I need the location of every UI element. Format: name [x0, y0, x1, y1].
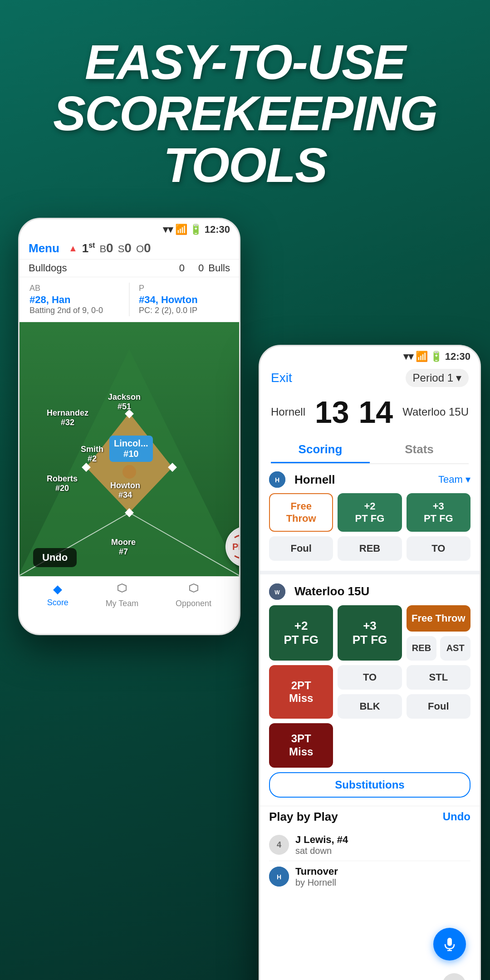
tab-stats[interactable]: Stats — [370, 437, 469, 463]
player-howton: Howton#34 — [110, 481, 140, 500]
hornell-to-btn[interactable]: TO — [407, 536, 470, 561]
pbp-header: Play by Play Undo — [269, 810, 470, 824]
waterloo-row1: +2PT FG Free Throw +3PT FG REB AST — [269, 605, 470, 661]
opponent-icon — [188, 582, 200, 597]
hero-title: EASY-TO-USE SCOREKEEPING TOOLS — [0, 0, 490, 218]
menu-button[interactable]: Menu — [29, 241, 59, 255]
waterloo-foul-btn[interactable]: Foul — [407, 694, 470, 719]
hornell-section: H Hornell Team ▾ FreeThrow +2PT FG +3PT … — [260, 464, 480, 569]
bball-header: Exit Period 1 ▾ — [260, 364, 480, 392]
hornell-action-grid-1: FreeThrow +2PT FG +3PT FG — [269, 493, 470, 532]
add-user-button[interactable] — [442, 973, 466, 980]
waterloo-to-btn[interactable]: TO — [338, 665, 402, 690]
pbp-text-1: Turnover by Hornell — [295, 866, 338, 888]
pbp-entry-0: 4 J Lewis, #4 sat down — [269, 829, 470, 861]
waterloo-2pt-miss-btn[interactable]: 2PTMiss — [269, 665, 333, 719]
pbp-avatar-0: 4 — [269, 835, 289, 855]
chevron-down-icon: ▾ — [456, 372, 461, 384]
phones-container: ▾▾ 📶 🔋 12:30 Menu ▲ 1st B0 S0 — [0, 218, 490, 980]
status-bar-baseball: ▾▾ 📶 🔋 12:30 — [20, 219, 239, 237]
player-moore: Moore#7 — [111, 538, 136, 557]
period-selector[interactable]: Period 1 ▾ — [406, 369, 469, 387]
pbp-undo-button[interactable]: Undo — [443, 810, 470, 823]
play-by-play: Play by Play Undo 4 J Lewis, #4 sat down… — [260, 806, 480, 892]
status-time: 12:30 — [205, 224, 230, 235]
battery-icon: 🔋 — [190, 224, 202, 235]
waterloo-free-throw-btn[interactable]: Free Throw — [407, 605, 470, 632]
hero-line2: SCOREKEEPING TOOLS — [27, 88, 463, 191]
nav-myteam[interactable]: My Team — [106, 582, 139, 608]
wifi-icon: ▾▾ — [163, 224, 173, 235]
pbp-title: Play by Play — [269, 810, 338, 824]
bball-status-icons: ▾▾ 📶 🔋 — [403, 351, 442, 363]
away-score: 14 — [359, 394, 393, 430]
bball-status-time: 12:30 — [445, 351, 470, 363]
hornell-free-throw-btn[interactable]: FreeThrow — [269, 493, 333, 532]
waterloo-reb-btn[interactable]: REB — [407, 636, 437, 661]
hornell-team-name: Hornell — [294, 473, 335, 487]
waterloo-ast-btn[interactable]: AST — [440, 636, 470, 661]
away-team-score-label: Waterloo 15U — [402, 406, 469, 418]
status-bar-basketball: ▾▾ 📶 🔋 12:30 — [260, 346, 480, 364]
pbp-text-0: J Lewis, #4 sat down — [295, 834, 348, 856]
player-jackson: Jackson#51 — [108, 392, 141, 412]
hornell-3pt-btn[interactable]: +3PT FG — [407, 493, 470, 532]
pbp-entry-1: H Turnover by Hornell — [269, 861, 470, 892]
out-count: O0 — [136, 241, 151, 255]
pbp-team-logo: H — [269, 867, 289, 887]
svg-point-8 — [122, 465, 136, 479]
exit-button[interactable]: Exit — [271, 371, 292, 385]
waterloo-3pt-btn[interactable]: +3PT FG — [338, 605, 402, 661]
team-scores: 0 0 — [179, 262, 204, 274]
signal-icon: 📶 — [175, 224, 187, 235]
bball-score: Hornell 13 14 Waterloo 15U — [260, 392, 480, 437]
waterloo-2pt-btn[interactable]: +2PT FG — [269, 605, 333, 661]
batter-highlight: Lincol...#10 — [109, 436, 153, 462]
nav-opponent[interactable]: Opponent — [176, 582, 211, 608]
hero-line1: EASY-TO-USE — [27, 36, 463, 88]
ball-count: B0 — [99, 241, 113, 255]
waterloo-section: W Waterloo 15U +2PT FG Free Throw +3PT F… — [260, 576, 480, 806]
players-row: AB #28, Han Batting 2nd of 9, 0-0 P #34,… — [20, 277, 239, 322]
bball-signal-icon: 📶 — [416, 351, 428, 363]
waterloo-team-header: W Waterloo 15U — [269, 583, 470, 600]
section-divider — [260, 571, 480, 574]
waterloo-logo: W — [269, 583, 285, 600]
waterloo-stl-btn[interactable]: STL — [407, 665, 470, 690]
pitch-text: PITCH — [232, 542, 239, 552]
hornell-reb-btn[interactable]: REB — [338, 536, 402, 561]
svg-text:W: W — [274, 589, 280, 596]
hornell-team-button[interactable]: Team ▾ — [438, 474, 470, 485]
hornell-logo: H — [269, 471, 285, 488]
waterloo-row3: 3PTMiss — [269, 723, 470, 768]
baseball-bottom-nav: ◆ Score My Team Opponent — [20, 576, 239, 617]
waterloo-row2: 2PTMiss TO STL BLK Foul — [269, 665, 470, 719]
bball-wifi-icon: ▾▾ — [403, 351, 413, 363]
tab-scoring[interactable]: Scoring — [271, 437, 370, 463]
home-score: 13 — [315, 394, 349, 430]
waterloo-team-name: Waterloo 15U — [294, 584, 369, 598]
strike-count: S0 — [118, 241, 132, 255]
myteam-icon — [116, 582, 128, 597]
home-team-name: Bulldogs — [29, 262, 179, 274]
pitcher-card: P #34, Howton PC: 2 (2), 0.0 IP — [134, 281, 234, 318]
status-icons: ▾▾ 📶 🔋 — [163, 224, 202, 235]
hornell-foul-btn[interactable]: Foul — [269, 536, 333, 561]
away-team-name: Bulls — [208, 262, 230, 274]
score-icon: ◆ — [53, 582, 62, 596]
hornell-team-header: H Hornell Team ▾ — [269, 471, 470, 488]
mic-fab-button[interactable] — [433, 928, 466, 960]
waterloo-3pt-miss-btn[interactable]: 3PTMiss — [269, 723, 333, 768]
waterloo-blk-btn[interactable]: BLK — [338, 694, 402, 719]
player-divider — [129, 283, 130, 316]
hornell-2pt-btn[interactable]: +2PT FG — [338, 493, 402, 532]
baseball-phone: ▾▾ 📶 🔋 12:30 Menu ▲ 1st B0 S0 — [18, 218, 240, 635]
baseball-nav: Menu ▲ 1st B0 S0 O0 — [20, 237, 239, 260]
svg-rect-16 — [447, 938, 452, 946]
bball-battery-icon: 🔋 — [430, 351, 442, 363]
nav-score[interactable]: ◆ Score — [47, 582, 69, 608]
batter-card: AB #28, Han Batting 2nd of 9, 0-0 — [25, 281, 124, 318]
baseball-field: Hernandez#32 Jackson#51 Smith#2 Roberts#… — [20, 322, 239, 576]
substitutions-button[interactable]: Substitutions — [269, 772, 470, 798]
undo-button[interactable]: Undo — [33, 548, 77, 567]
